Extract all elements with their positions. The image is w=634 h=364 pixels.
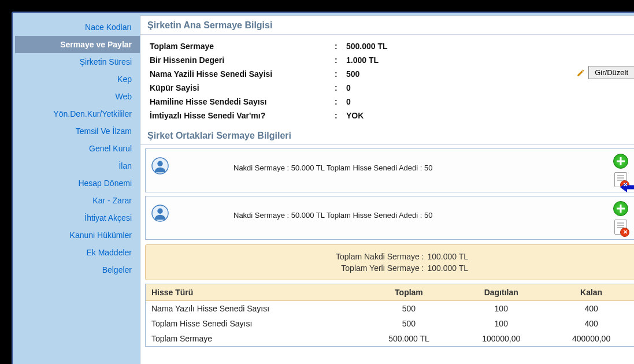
summary-label: Toplam Nakdi Sermaye : xyxy=(274,252,424,261)
section-title-ortaklar: Şirket Ortaklari Sermaye Bilgileri xyxy=(140,126,634,145)
summary-value: 100.000 TL xyxy=(428,252,509,261)
partner-card: Nakdi Sermaye : 50.000 TL Toplam Hisse S… xyxy=(145,148,634,192)
table-row: Toplam Sermaye500.000 TL100000,00400000,… xyxy=(146,331,634,346)
ana-sermaye-block: Toplam Sermaye:500.000 TL Bir Hissenin D… xyxy=(140,35,634,126)
kv-value: 0 xyxy=(346,83,351,92)
svg-point-1 xyxy=(157,161,162,166)
kv-label: Hamiline Hisse Sendedi Sayısı xyxy=(150,97,335,106)
kv-label: Bir Hissenin Degeri xyxy=(150,55,335,65)
add-icon[interactable] xyxy=(613,154,628,169)
table-header: Dagıtılan xyxy=(456,284,546,301)
edit-button-group: Gir/Düzelt xyxy=(577,66,634,79)
delete-document-icon[interactable]: ✕ xyxy=(614,172,627,187)
sidebar-item-ihtiyat-akcesi[interactable]: İhtiyat Akçesi xyxy=(15,209,140,226)
partner-line: Nakdi Sermaye : 50.000 TL Toplam Hisse S… xyxy=(176,201,604,220)
section-title-ana-sermaye: Şirketin Ana Sermaye Bilgisi xyxy=(140,16,634,35)
sidebar-item-hesap-donemi[interactable]: Hesap Dönemi xyxy=(15,174,140,192)
partner-card: Nakdi Sermaye : 50.000 TL Toplam Hisse S… xyxy=(145,196,634,240)
kv-value: 500 xyxy=(346,69,359,79)
delete-document-icon[interactable]: ✕ xyxy=(614,220,627,235)
sidebar-item-yon-den-kur[interactable]: Yön.Den.Kur/Yetkililer xyxy=(15,105,140,122)
kv-value: 1.000 TL xyxy=(346,55,379,65)
table-header: Toplam xyxy=(362,284,457,301)
svg-point-3 xyxy=(157,209,162,214)
content: Şirketin Ana Sermaye Bilgisi Toplam Serm… xyxy=(140,15,634,364)
sidebar-item-kep[interactable]: Kep xyxy=(15,70,140,88)
sidebar-item-kanuni-hukumler[interactable]: Kanuni Hükümler xyxy=(15,226,140,244)
person-icon xyxy=(151,205,169,224)
partner-line: Nakdi Sermaye : 50.000 TL Toplam Hisse S… xyxy=(176,154,604,172)
sidebar-item-kar-zarar[interactable]: Kar - Zarar xyxy=(15,192,140,209)
kv-label: Nama Yazili Hisse Senedi Sayisi xyxy=(150,69,335,79)
table-row: Nama Yazılı Hisse Senedi Sayısı500100400 xyxy=(146,301,634,317)
sidebar-item-genel-kurul[interactable]: Genel Kurul xyxy=(15,140,140,157)
table-row: Toplam Hisse Senedi Sayısı500100400 xyxy=(146,316,634,331)
sidebar: Nace Kodları Sermaye ve Paylar Şirketin … xyxy=(15,15,140,364)
add-icon[interactable] xyxy=(613,201,628,216)
kv-value: YOK xyxy=(346,111,364,120)
sidebar-item-temsil-ilzam[interactable]: Temsil Ve İlzam xyxy=(15,122,140,140)
table-header: Kalan xyxy=(546,284,634,301)
kv-value: 500.000 TL xyxy=(346,42,388,51)
table-header: Hisse Türü xyxy=(146,284,362,301)
sidebar-item-sermaye-paylar[interactable]: Sermaye ve Paylar xyxy=(15,36,140,53)
sidebar-item-sirketin-suresi[interactable]: Şirketin Süresi xyxy=(15,53,140,70)
kv-label: Küpür Sayisi xyxy=(150,83,335,92)
sidebar-item-ek-maddeler[interactable]: Ek Maddeler xyxy=(15,244,140,261)
sidebar-item-belgeler[interactable]: Belgeler xyxy=(15,261,140,278)
summary-value: 100.000 TL xyxy=(428,263,509,273)
sidebar-item-ilan[interactable]: İlan xyxy=(15,157,140,174)
gir-duzelt-button[interactable]: Gir/Düzelt xyxy=(588,66,634,79)
person-icon xyxy=(151,157,169,176)
hisse-table: Hisse Türü Toplam Dagıtılan Kalan Nama Y… xyxy=(145,284,634,347)
pencil-icon xyxy=(577,69,585,77)
kv-label: Toplam Sermaye xyxy=(150,42,335,51)
kv-value: 0 xyxy=(346,97,351,106)
summary-label: Toplam Yerli Sermaye : xyxy=(274,263,424,273)
summary-box: Toplam Nakdi Sermaye :100.000 TL Toplam … xyxy=(145,244,634,280)
kv-label: İmtiyazlı Hisse Senedi Var'mı? xyxy=(150,111,335,120)
sidebar-item-nace-kodlari[interactable]: Nace Kodları xyxy=(15,18,140,36)
sidebar-item-web[interactable]: Web xyxy=(15,88,140,105)
